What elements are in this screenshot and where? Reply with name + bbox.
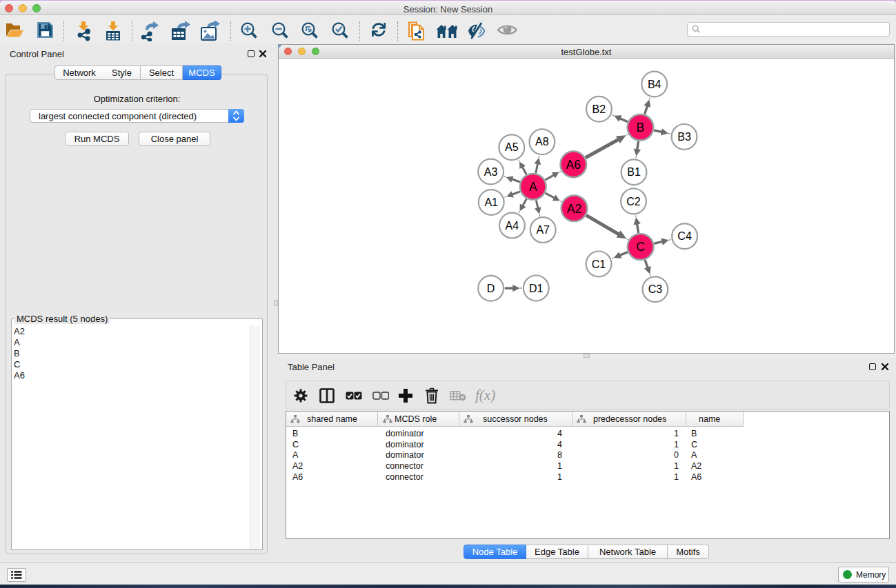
svg-text:A5: A5 bbox=[505, 141, 519, 153]
svg-text:C: C bbox=[636, 240, 645, 254]
svg-text:B2: B2 bbox=[593, 103, 606, 115]
svg-text:D1: D1 bbox=[529, 283, 544, 294]
svg-text:B3: B3 bbox=[677, 131, 691, 143]
svg-text:A6: A6 bbox=[566, 158, 581, 172]
svg-text:A8: A8 bbox=[535, 136, 549, 148]
svg-text:B4: B4 bbox=[648, 79, 661, 90]
svg-text:A3: A3 bbox=[484, 166, 498, 178]
svg-text:C2: C2 bbox=[626, 196, 641, 207]
svg-text:A7: A7 bbox=[536, 224, 550, 236]
svg-text:C3: C3 bbox=[648, 283, 663, 295]
svg-text:D: D bbox=[487, 283, 495, 294]
svg-text:A: A bbox=[529, 180, 537, 194]
svg-text:C1: C1 bbox=[592, 258, 606, 270]
svg-text:A2: A2 bbox=[567, 202, 581, 216]
svg-text:A1: A1 bbox=[484, 196, 498, 208]
svg-text:A4: A4 bbox=[506, 220, 519, 232]
svg-text:B1: B1 bbox=[627, 166, 641, 178]
svg-text:B: B bbox=[637, 121, 645, 134]
svg-text:C4: C4 bbox=[677, 230, 692, 242]
